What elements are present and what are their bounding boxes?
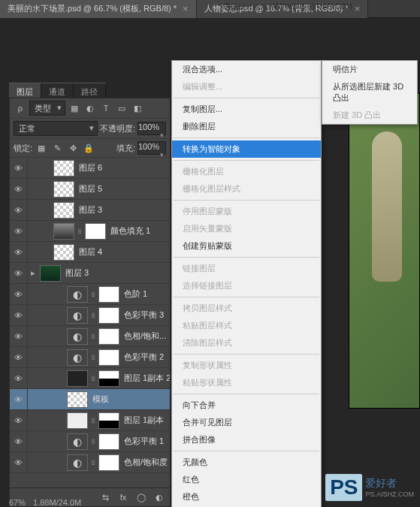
menu-item[interactable]: 合并可见图层 bbox=[172, 414, 321, 431]
layer-row[interactable]: 👁图层 6 bbox=[10, 158, 170, 179]
blend-row: 正常 不透明度: 100% bbox=[10, 119, 170, 139]
visibility-icon[interactable]: 👁 bbox=[10, 158, 28, 179]
menu-separator bbox=[174, 354, 319, 355]
mask-thumbnail bbox=[98, 349, 119, 366]
layer-row[interactable]: 👁模板 bbox=[10, 389, 170, 410]
menu-separator bbox=[174, 394, 319, 394]
context-menu: 混合选项...编辑调整...复制图层...删除图层转换为智能对象栅格化图层栅格化… bbox=[171, 60, 322, 507]
link-layers-icon[interactable]: ⇆ bbox=[98, 490, 112, 504]
layer-name: 图层 1副本 bbox=[121, 415, 170, 426]
filter-text-icon[interactable]: T bbox=[99, 101, 113, 115]
layer-row[interactable]: 👁𝟾色相/饱和度 1 bbox=[10, 452, 170, 473]
document-tabs-bar: 美丽的水下场景.psd @ 66.7% (模板, RGB/8) * × 人物姿态… bbox=[0, 0, 420, 18]
layer-thumbnail bbox=[67, 286, 88, 303]
menu-separator bbox=[174, 98, 319, 98]
lock-transparent-icon[interactable]: ▦ bbox=[35, 141, 48, 155]
layer-row[interactable]: 👁▸图层 3 bbox=[10, 263, 170, 284]
tab-label: 美丽的水下场景.psd @ 66.7% (模板, RGB/8) * bbox=[8, 3, 177, 14]
link-icon: 𝟾 bbox=[89, 374, 97, 383]
menu-item[interactable]: 转换为智能对象 bbox=[172, 140, 321, 158]
layer-name: 图层 3 bbox=[76, 204, 170, 216]
layer-row[interactable]: 👁𝟾色彩平衡 2 bbox=[10, 347, 170, 368]
mask-thumbnail bbox=[85, 223, 106, 240]
mask-thumbnail bbox=[98, 328, 119, 345]
layer-name: 图层 5 bbox=[76, 183, 170, 195]
visibility-icon[interactable]: 👁 bbox=[10, 347, 28, 368]
layer-row[interactable]: 👁𝟾颜色填充 1 bbox=[10, 221, 170, 242]
menu-item[interactable]: 无颜色 bbox=[172, 454, 321, 471]
menu-item[interactable]: 拼合图像 bbox=[172, 431, 321, 448]
visibility-icon[interactable]: 👁 bbox=[10, 284, 28, 305]
layer-row[interactable]: 👁𝟾图层 1副本 bbox=[10, 410, 170, 431]
menu-item[interactable]: 橙色 bbox=[172, 488, 321, 505]
layer-name: 颜色填充 1 bbox=[107, 225, 170, 237]
layer-row[interactable]: 👁𝟾色相/饱和... bbox=[10, 326, 170, 347]
visibility-icon[interactable]: 👁 bbox=[10, 200, 28, 221]
visibility-icon[interactable]: 👁 bbox=[10, 326, 28, 347]
layer-thumbnail bbox=[40, 265, 61, 282]
layer-thumbnail bbox=[53, 160, 74, 177]
close-icon[interactable]: × bbox=[355, 3, 361, 14]
filter-smart-icon[interactable]: ◧ bbox=[131, 101, 144, 115]
layer-thumbnail bbox=[67, 307, 88, 324]
blend-mode-dropdown[interactable]: 正常 bbox=[14, 121, 98, 136]
visibility-icon[interactable]: 👁 bbox=[10, 221, 28, 242]
menu-item[interactable]: 红色 bbox=[172, 471, 321, 488]
visibility-icon[interactable]: 👁 bbox=[10, 368, 28, 389]
lock-position-icon[interactable]: ✥ bbox=[66, 141, 80, 155]
layer-row[interactable]: 👁𝟾色阶 1 bbox=[10, 284, 170, 305]
figure-shape bbox=[372, 131, 402, 282]
ps-logo: PS 爱好者 PS.AISHZ.COM bbox=[325, 474, 414, 501]
layer-row[interactable]: 👁图层 5 bbox=[10, 179, 170, 200]
filter-adjust-icon[interactable]: ◐ bbox=[83, 101, 97, 115]
opacity-input[interactable]: 100% bbox=[137, 122, 166, 135]
visibility-icon[interactable]: 👁 bbox=[10, 410, 28, 431]
submenu-item[interactable]: 明信片 bbox=[322, 61, 417, 78]
visibility-icon[interactable]: 👁 bbox=[10, 242, 28, 263]
visibility-icon[interactable]: 👁 bbox=[10, 305, 28, 326]
mask-thumbnail bbox=[98, 454, 119, 471]
type-filter-dropdown[interactable]: 类型 bbox=[29, 101, 65, 116]
visibility-icon[interactable]: 👁 bbox=[10, 431, 28, 452]
layer-thumbnail bbox=[67, 328, 88, 345]
layer-row[interactable]: 👁图层 3 bbox=[10, 200, 170, 221]
lock-pixels-icon[interactable]: ✎ bbox=[50, 141, 64, 155]
submenu-item: 新建 3D 凸出 bbox=[322, 107, 417, 124]
filter-shape-icon[interactable]: ▭ bbox=[115, 101, 128, 115]
visibility-icon[interactable]: 👁 bbox=[10, 179, 28, 200]
visibility-icon[interactable]: 👁 bbox=[10, 263, 28, 284]
menu-item[interactable]: 创建剪贴蒙版 bbox=[172, 237, 321, 255]
fill-input[interactable]: 100% bbox=[137, 141, 166, 155]
adjustment-icon[interactable]: ◐ bbox=[153, 490, 166, 504]
layer-row[interactable]: 👁𝟾图层 1副本 2 bbox=[10, 368, 170, 389]
menu-item[interactable]: 删除图层 bbox=[172, 118, 321, 135]
menu-item[interactable]: 复制图层... bbox=[172, 101, 321, 118]
mask-thumbnail bbox=[98, 412, 119, 429]
lock-all-icon[interactable]: 🔒 bbox=[82, 141, 95, 155]
document-tab-1[interactable]: 美丽的水下场景.psd @ 66.7% (模板, RGB/8) * × bbox=[0, 0, 197, 18]
layer-row[interactable]: 👁𝟾色彩平衡 1 bbox=[10, 431, 170, 452]
visibility-icon[interactable]: 👁 bbox=[10, 452, 28, 473]
layer-row[interactable]: 👁𝟾色彩平衡 3 bbox=[10, 305, 170, 326]
fx-icon[interactable]: fx bbox=[116, 490, 130, 504]
close-icon[interactable]: × bbox=[183, 3, 189, 14]
link-icon: 𝟾 bbox=[89, 353, 97, 362]
menu-item[interactable]: 向下合并 bbox=[172, 397, 321, 414]
menu-separator bbox=[174, 451, 319, 451]
submenu-item[interactable]: 从所选图层新建 3D 凸出 bbox=[322, 78, 417, 107]
mask-icon[interactable]: ◯ bbox=[134, 490, 148, 504]
layer-name: 图层 6 bbox=[76, 162, 170, 174]
layer-row[interactable]: 👁图层 4 bbox=[10, 242, 170, 263]
layer-thumbnail bbox=[53, 202, 74, 219]
layer-thumbnail bbox=[53, 244, 74, 261]
layer-thumbnail bbox=[67, 412, 88, 429]
search-icon[interactable]: ρ bbox=[14, 101, 27, 115]
status-bar: 67% 1.88M/24.0M bbox=[9, 498, 81, 507]
visibility-icon[interactable]: 👁 bbox=[10, 389, 28, 410]
menu-item[interactable]: 混合选项... bbox=[172, 61, 321, 78]
filter-pixel-icon[interactable]: ▦ bbox=[68, 101, 81, 115]
link-icon: 𝟾 bbox=[89, 332, 97, 341]
layer-thumbnail bbox=[53, 181, 74, 198]
expand-icon[interactable]: ▸ bbox=[28, 268, 38, 278]
menu-item: 链接图层 bbox=[172, 260, 321, 277]
